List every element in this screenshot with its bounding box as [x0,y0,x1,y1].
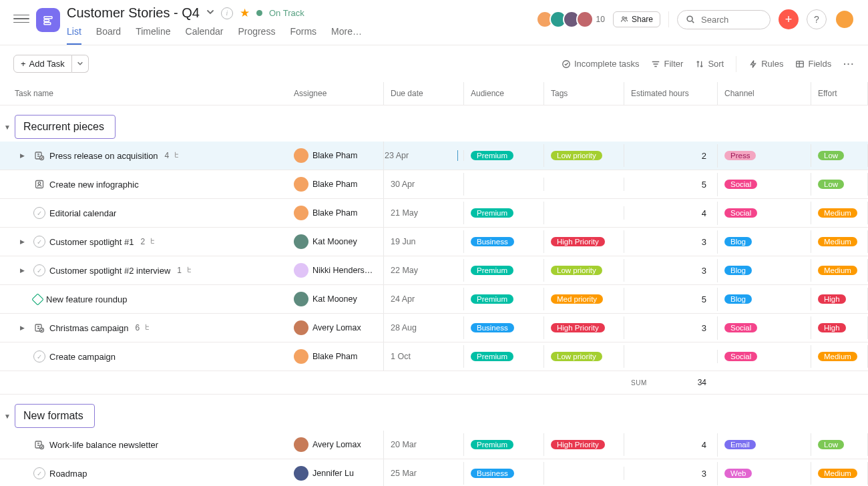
avatar[interactable] [576,11,594,28]
assignee-name[interactable]: Kat Mooney [312,237,357,246]
task-row[interactable]: ▶Christmas campaign6 Avery Lomax 28 Aug … [0,314,868,342]
due-date[interactable]: 25 Mar [391,469,417,478]
due-date[interactable]: 30 Apr [391,180,415,189]
channel-pill[interactable]: Social [724,352,757,361]
tag-pill[interactable]: Low priority [551,266,602,275]
channel-pill[interactable]: Social [724,180,757,189]
task-row[interactable]: ▶Customer spotlight #2 interview1 Nikki … [0,256,868,285]
due-date[interactable]: 23 Apr [384,150,458,161]
audience-pill[interactable]: Premium [471,440,513,449]
sort-button[interactable]: Sort [695,59,724,69]
channel-pill[interactable]: Blog [724,294,752,304]
tag-pill[interactable]: High Priority [551,440,605,449]
audience-pill[interactable]: Business [471,469,514,478]
audience-pill[interactable]: Business [471,237,514,246]
col-effort[interactable]: Effort [811,82,868,105]
expand-icon[interactable]: ▶ [15,324,29,331]
channel-pill[interactable]: Social [724,323,757,332]
est-value[interactable]: 5 [702,294,706,304]
channel-pill[interactable]: Web [724,469,752,478]
tab-forms[interactable]: Forms [290,26,316,45]
est-value[interactable]: 5 [702,180,706,190]
assignee-name[interactable]: Blake Pham [312,352,357,361]
tag-pill[interactable]: Low priority [551,151,602,160]
project-title[interactable]: Customer Stories - Q4 [67,5,200,21]
section-header[interactable]: ▼ New formats [0,395,868,431]
due-date[interactable]: 28 Aug [391,323,417,332]
channel-pill[interactable]: Blog [724,266,752,275]
check-icon[interactable] [33,467,45,479]
milestone-icon[interactable] [31,293,43,305]
assignee-name[interactable]: Avery Lomax [312,440,361,449]
info-icon[interactable]: i [221,7,233,19]
task-row[interactable]: ▶Customer spotlight #12 Kat Mooney 19 Ju… [0,228,868,256]
effort-pill[interactable]: High [818,294,846,304]
check-icon[interactable] [33,236,45,248]
tag-pill[interactable]: High Priority [551,323,605,332]
expand-icon[interactable]: ▶ [15,267,29,274]
task-row[interactable]: Roadmap Jennifer Lu 25 Mar Business 3 We… [0,459,868,486]
more-options[interactable]: ··· [843,59,855,69]
tab-timeline[interactable]: Timeline [136,26,170,45]
est-value[interactable]: 3 [702,237,706,247]
due-date[interactable]: 1 Oct [391,352,411,361]
section-title[interactable]: New formats [15,404,95,428]
project-dropdown-icon[interactable] [206,8,214,18]
section-caret-icon[interactable]: ▼ [0,124,15,131]
section-header[interactable]: ▼ Recurrent pieces [0,105,868,142]
add-task-button[interactable]: + Add Task [13,55,72,73]
col-audience[interactable]: Audience [464,82,544,105]
due-date[interactable]: 22 May [391,266,418,275]
add-task-dropdown[interactable] [72,55,89,73]
channel-pill[interactable]: Press [724,151,756,160]
est-value[interactable]: 3 [702,266,706,276]
tab-progress[interactable]: Progress [238,26,275,45]
col-channel[interactable]: Channel [718,82,811,105]
tag-pill[interactable]: Med priority [551,294,603,304]
col-name[interactable]: Task name [0,82,287,105]
est-value[interactable]: 4 [702,208,706,218]
section-caret-icon[interactable]: ▼ [0,413,15,420]
due-date[interactable]: 21 May [391,208,418,218]
col-assignee[interactable]: Assignee [287,82,384,105]
due-date[interactable]: 24 Apr [391,294,415,304]
due-date[interactable]: 20 Mar [391,440,417,449]
effort-pill[interactable]: Medium [818,237,857,246]
est-value[interactable]: 2 [702,151,706,161]
expand-icon[interactable]: ▶ [15,152,29,159]
est-value[interactable]: 4 [702,440,706,450]
assignee-name[interactable]: Nikki Henderson … [312,266,377,275]
tag-pill[interactable]: Low priority [551,352,602,361]
effort-pill[interactable]: Low [818,440,844,449]
tag-pill[interactable]: High Priority [551,237,605,246]
effort-pill[interactable]: Medium [818,266,857,275]
search-field[interactable] [700,14,762,25]
effort-pill[interactable]: Medium [818,352,857,361]
est-value[interactable]: 3 [702,323,706,333]
assignee-name[interactable]: Blake Pham [312,208,357,218]
filter-button[interactable]: Filter [651,59,683,69]
col-due[interactable]: Due date [384,82,464,105]
channel-pill[interactable]: Blog [724,237,752,246]
expand-icon[interactable]: ▶ [15,238,29,245]
audience-pill[interactable]: Premium [471,266,513,275]
task-row[interactable]: Create new infographic Blake Pham 30 Apr… [0,170,868,199]
task-row[interactable]: Editorial calendar Blake Pham 21 May Pre… [0,199,868,228]
help-button[interactable]: ? [807,9,827,29]
audience-pill[interactable]: Premium [471,352,513,361]
tab-board[interactable]: Board [96,26,121,45]
fields-button[interactable]: Fields [795,59,831,69]
task-row[interactable]: ▶ Press release on acquisition 4 Blake P… [0,142,868,170]
task-row[interactable]: Work-life balance newsletter Avery Lomax… [0,431,868,459]
task-row[interactable]: Create campaign Blake Pham 1 Oct Premium… [0,342,868,371]
est-value[interactable]: 3 [702,469,706,479]
tab-list[interactable]: List [67,26,81,45]
col-est[interactable]: Estimated hours [624,82,718,105]
check-icon[interactable] [33,350,45,362]
effort-pill[interactable]: Medium [818,208,857,218]
global-add-button[interactable]: + [779,9,799,29]
assignee-name[interactable]: Avery Lomax [312,323,361,332]
effort-pill[interactable]: Low [818,151,844,160]
menu-toggle[interactable] [13,11,29,27]
task-row[interactable]: New feature roundup Kat Mooney 24 Apr Pr… [0,285,868,314]
